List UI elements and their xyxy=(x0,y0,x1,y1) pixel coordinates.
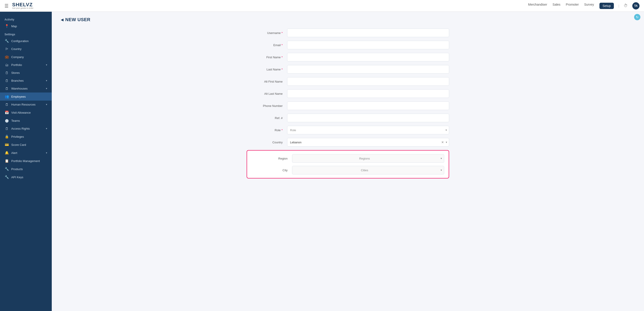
sidebar-item-company[interactable]: 💼 Company xyxy=(0,53,52,61)
username-input[interactable] xyxy=(287,28,449,37)
sidebar-item-employees[interactable]: 👥 Employees xyxy=(0,92,52,100)
nav-promoter[interactable]: Promoter xyxy=(566,3,579,9)
teams-icon: ⬤ xyxy=(4,118,9,123)
refresh-icon[interactable]: ↻ xyxy=(634,14,640,20)
branches-chevron: ▾ xyxy=(46,79,47,82)
sidebar-item-configuration[interactable]: 🔧 Configuration xyxy=(0,37,52,45)
section-label-activity: Activity xyxy=(0,15,52,22)
sidebar-item-teams[interactable]: ⬤ Teams xyxy=(0,116,52,125)
alt-last-name-input[interactable] xyxy=(287,89,449,98)
email-row: Email * xyxy=(246,41,449,49)
sidebar-label-employees: Employees xyxy=(11,95,26,98)
sidebar-item-products[interactable]: 🔧 Products xyxy=(0,165,52,173)
country-label: Country xyxy=(246,141,287,144)
sidebar-label-teams: Teams xyxy=(11,119,20,122)
country-row: Country Lebanon ✕ ▾ xyxy=(246,138,449,146)
role-row: Role * Role ▾ xyxy=(246,126,449,134)
region-select[interactable]: Regions xyxy=(292,154,444,163)
ref-input[interactable] xyxy=(287,114,449,122)
avatar[interactable]: TA xyxy=(632,2,640,10)
sidebar-item-stores[interactable]: 🗒 Stores xyxy=(0,69,52,77)
hr-chevron: ▾ xyxy=(46,103,47,106)
sidebar-label-configuration: Configuration xyxy=(11,40,28,43)
sidebar-item-warehouses[interactable]: 🗒 Warehouses ▾ xyxy=(0,84,52,92)
visit-icon: 📅 xyxy=(4,110,9,114)
last-name-input[interactable] xyxy=(287,65,449,74)
sidebar-item-visit-allowance[interactable]: 📅 Visit Allowance xyxy=(0,108,52,116)
stores-icon: 🗒 xyxy=(4,71,9,75)
sidebar-item-country[interactable]: 🏳 Country xyxy=(0,45,52,53)
scorecard-icon: 💳 xyxy=(4,143,9,147)
nav-divider: | xyxy=(618,4,619,8)
hamburger-icon[interactable]: ☰ xyxy=(4,3,8,8)
sidebar-item-privileges[interactable]: 🔒 Privileges xyxy=(0,132,52,141)
phone-input[interactable] xyxy=(287,102,449,110)
employees-icon: 👥 xyxy=(4,94,9,98)
alt-first-name-input[interactable] xyxy=(287,77,449,86)
page-title: NEW USER xyxy=(65,17,90,22)
last-name-label: Last Name * xyxy=(246,68,287,71)
country-clear-icon[interactable]: ✕ xyxy=(440,140,445,144)
city-select[interactable]: Cities xyxy=(292,166,444,174)
warehouses-chevron: ▾ xyxy=(46,87,47,90)
sidebar-label-api-keys: API Keys xyxy=(11,176,23,179)
portfolio-chevron: ▾ xyxy=(46,64,47,66)
sidebar-label-warehouses: Warehouses xyxy=(11,87,28,90)
warehouses-icon: 🗒 xyxy=(4,87,9,90)
role-select[interactable]: Role xyxy=(287,126,449,134)
topnav-left: ☰ SHELVZ Get your goods in order xyxy=(4,2,34,9)
products-icon: 🔧 xyxy=(4,167,9,171)
logo-text: SHELVZ xyxy=(12,2,34,7)
sidebar-label-products: Products xyxy=(11,168,23,171)
first-name-label: First Name * xyxy=(246,56,287,59)
back-button[interactable]: ◀ xyxy=(61,18,64,22)
sidebar-item-alert[interactable]: 🔔 Alert ▾ xyxy=(0,149,52,157)
topnav: ☰ SHELVZ Get your goods in order Merchan… xyxy=(0,0,644,12)
sidebar-label-stores: Stores xyxy=(11,71,20,74)
sidebar-label-map: Map xyxy=(11,24,17,28)
sidebar-label-access: Access Rights xyxy=(11,127,30,130)
sidebar-label-company: Company xyxy=(11,55,24,59)
timer-icon[interactable]: ⏱ xyxy=(624,4,628,8)
sidebar-item-branches[interactable]: 🗒 Branches ▾ xyxy=(0,77,52,84)
city-label: City xyxy=(252,168,292,172)
layout: Activity 📍 Map Settings 🔧 Configuration … xyxy=(0,12,644,311)
nav-setup[interactable]: Setup xyxy=(600,3,614,9)
sidebar-item-portfolio[interactable]: 🗂 Portfolio ▾ xyxy=(0,61,52,69)
country-chevron-icon[interactable]: ▾ xyxy=(445,141,449,144)
sidebar-item-human-resources[interactable]: 🗒 Human Resources ▾ xyxy=(0,100,52,108)
role-label: Role * xyxy=(246,128,287,132)
sidebar-label-portfolio: Portfolio xyxy=(11,63,22,66)
sidebar-item-access-rights[interactable]: 🗒 Access Rights ▾ xyxy=(0,125,52,132)
nav-merchandiser[interactable]: Merchandiser xyxy=(528,3,547,9)
nav-survey[interactable]: Survey xyxy=(584,3,594,9)
map-icon: 📍 xyxy=(4,24,9,28)
city-row: City Cities ▾ xyxy=(252,166,444,174)
nav-links: Merchandiser Sales Promoter Survey Setup xyxy=(528,3,614,9)
sidebar-item-api-keys[interactable]: 🔧 API Keys xyxy=(0,173,52,181)
alt-last-name-row: Alt Last Name xyxy=(246,89,449,98)
country-icon: 🏳 xyxy=(4,47,9,51)
phone-label: Phone Number xyxy=(246,104,287,108)
sidebar-label-scorecard: Score Card xyxy=(11,143,26,146)
nav-sales[interactable]: Sales xyxy=(553,3,560,9)
api-keys-icon: 🔧 xyxy=(4,175,9,179)
alt-first-name-label: Alt First Name xyxy=(246,80,287,83)
country-select-wrapper[interactable]: Lebanon ✕ ▾ xyxy=(287,138,449,146)
country-value: Lebanon xyxy=(287,141,440,144)
sidebar-item-map[interactable]: 📍 Map xyxy=(0,22,52,30)
topnav-right: Merchandiser Sales Promoter Survey Setup… xyxy=(528,2,640,10)
sidebar-label-visit: Visit Allowance xyxy=(11,111,30,114)
first-name-input[interactable] xyxy=(287,53,449,62)
alt-last-name-label: Alt Last Name xyxy=(246,92,287,96)
portfolio-mgmt-icon: 📋 xyxy=(4,159,9,163)
first-name-row: First Name * xyxy=(246,53,449,62)
sidebar-item-portfolio-mgmt[interactable]: 📋 Portfolio Management xyxy=(0,157,52,165)
company-icon: 💼 xyxy=(4,55,9,59)
sidebar-item-scorecard[interactable]: 💳 Score Card xyxy=(0,141,52,149)
sidebar-label-country: Country xyxy=(11,47,22,51)
username-row: Username * xyxy=(246,28,449,37)
logo-area: SHELVZ Get your goods in order xyxy=(12,2,34,9)
email-input[interactable] xyxy=(287,41,449,49)
phone-row: Phone Number xyxy=(246,102,449,110)
